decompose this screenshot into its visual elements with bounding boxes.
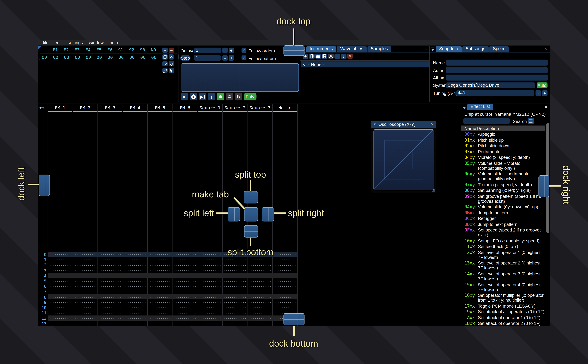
step-input[interactable]: 1	[194, 55, 221, 61]
dock-target-dock-bottom[interactable]	[283, 313, 304, 325]
effect-row[interactable]: 19xxSet attack of all operators (0 to 1F…	[464, 309, 545, 315]
tuning-input[interactable]: 440	[456, 90, 534, 96]
step-minus-button[interactable]: -	[222, 55, 228, 61]
metronome-button[interactable]	[226, 93, 233, 101]
stop-button[interactable]	[217, 93, 224, 101]
dock-target-split-bottom[interactable]	[244, 225, 258, 237]
close-icon[interactable]: ×	[544, 47, 547, 51]
instrument-save-button[interactable]	[322, 54, 327, 59]
order-move-up-button[interactable]	[169, 54, 174, 60]
channel-header-8[interactable]: Square 2	[223, 105, 248, 110]
effect-row[interactable]: 04xyVibrato (x: speed; y: depth)	[464, 155, 545, 161]
play-to-cursor-button[interactable]: ▶	[199, 93, 206, 101]
channel-header-10[interactable]: Noise	[272, 105, 297, 110]
collapse-tab-bar-icon[interactable]	[431, 47, 435, 52]
pattern-corner-button[interactable]: ++	[39, 105, 45, 110]
order-cell[interactable]: 00	[126, 55, 137, 60]
step-plus-button[interactable]: +	[229, 55, 234, 61]
effect-row[interactable]: 0AxyVolume slide (0y: down; x0: up)	[464, 204, 545, 210]
effect-row[interactable]: 14xxSet level of operator 3 (0 highest, …	[464, 271, 545, 282]
poly-toggle-button[interactable]: Poly	[244, 93, 257, 101]
order-cell[interactable]: 00	[148, 55, 159, 60]
pattern-cursor[interactable]	[47, 252, 54, 257]
order-cell[interactable]: 00	[94, 55, 105, 60]
effect-row[interactable]: 06xyVolume slide + portamento (compatibi…	[464, 171, 545, 182]
effect-row[interactable]: 0DxxJump to next pattern	[464, 222, 545, 228]
order-cell[interactable]: 00	[72, 55, 83, 60]
effect-row[interactable]: 07xyTremolo (x: speed; y: depth)	[464, 182, 545, 188]
order-add-button[interactable]: +	[162, 47, 168, 53]
dock-target-dock-right[interactable]	[538, 175, 549, 197]
order-move-down-button[interactable]	[162, 61, 168, 66]
order-cell[interactable]: 00	[105, 55, 116, 60]
effect-row[interactable]: 1AxxSet attack of operator 1 (0 to 1F)	[464, 315, 545, 321]
dock-target-dock-left[interactable]	[39, 175, 50, 196]
effect-row[interactable]: 0FxxSet speed (speed 2 if no grooves exi…	[464, 228, 545, 238]
instrument-open-button[interactable]	[315, 54, 321, 59]
close-icon[interactable]: ×	[545, 105, 547, 109]
step-button[interactable]: Step	[180, 55, 190, 61]
channel-header-2[interactable]: FM 2	[73, 105, 98, 110]
dock-target-split-left[interactable]	[228, 207, 240, 221]
instrument-move-down-button[interactable]: ↓	[341, 54, 346, 59]
orders-value-row[interactable]: 00000000000000000000	[50, 55, 159, 60]
step-row-button[interactable]: ↓	[208, 93, 215, 101]
name-input[interactable]	[446, 60, 548, 65]
collapse-triangle-icon[interactable]: ▼	[373, 123, 377, 126]
tab-subsongs[interactable]: Subsongs	[462, 46, 489, 52]
channel-header-9[interactable]: Square 3	[247, 105, 272, 110]
octave-minus-button[interactable]: -	[222, 48, 228, 53]
play-pattern-button[interactable]: ▶	[190, 93, 197, 101]
effect-row[interactable]: 08xySet panning (x: left; y: right)	[464, 188, 545, 194]
menu-item-file[interactable]: file	[40, 40, 52, 45]
channel-header-4[interactable]: FM 4	[123, 105, 148, 110]
system-input[interactable]: Sega Genesis/Mega Drive	[446, 83, 535, 88]
repeat-pattern-button[interactable]: ↻	[235, 93, 242, 101]
instrument-folders-toggle[interactable]	[328, 54, 334, 59]
instrument-delete-button[interactable]: ×	[347, 54, 353, 59]
dock-target-make-tab[interactable]	[244, 207, 258, 221]
tab-samples[interactable]: Samples	[367, 46, 391, 52]
effect-row[interactable]: 10xySetup LFO (x: enable; y: speed)	[464, 238, 545, 244]
effect-row[interactable]: 1BxxSet attack of operator 2 (0 to 1F)	[464, 321, 545, 325]
effect-row[interactable]: 15xxSet level of operator 4 (0 highest, …	[464, 282, 545, 292]
instrument-move-up-button[interactable]: ↑	[335, 54, 340, 59]
effect-row[interactable]: 12xxSet level of operator 1 (0 highest, …	[464, 250, 545, 260]
order-remove-button[interactable]: −	[169, 47, 174, 53]
close-icon[interactable]: ×	[431, 122, 434, 127]
panel-corner-notch[interactable]	[38, 46, 42, 49]
follow-orders-label[interactable]: Follow orders	[248, 48, 275, 53]
effect-search-input[interactable]	[463, 118, 510, 124]
effect-row[interactable]: 16xySet operator multiplier (x: operator…	[464, 292, 545, 303]
album-input[interactable]	[446, 75, 548, 81]
author-input[interactable]	[446, 67, 548, 73]
dock-target-split-top[interactable]	[244, 191, 258, 203]
tab-effect-list[interactable]: Effect List	[467, 104, 493, 110]
octave-input[interactable]: 3	[194, 48, 221, 53]
follow-orders-checkbox[interactable]: ✓	[242, 48, 246, 53]
dock-target-split-right[interactable]	[262, 207, 274, 221]
tab-song-info[interactable]: Song Info	[436, 46, 462, 52]
effect-row[interactable]: 02xxPitch slide down	[464, 143, 545, 149]
effect-row[interactable]: 05xyVolume slide + vibrato (compatibilit…	[464, 161, 545, 171]
order-cell[interactable]: 00	[50, 55, 61, 60]
tab-instruments[interactable]: Instruments	[306, 46, 336, 52]
order-duplicate-button[interactable]	[162, 54, 168, 60]
instrument-duplicate-button[interactable]	[309, 54, 315, 59]
menu-item-window[interactable]: window	[86, 40, 107, 45]
tab-wavetables[interactable]: Wavetables	[337, 46, 367, 52]
tuning-minus-button[interactable]: -	[535, 90, 541, 96]
octave-plus-button[interactable]: +	[229, 48, 234, 53]
menu-item-settings[interactable]: settings	[65, 40, 86, 45]
channel-header-1[interactable]: FM 1	[48, 105, 73, 110]
channel-header-5[interactable]: FM 5	[147, 105, 172, 110]
tuning-plus-button[interactable]: +	[542, 90, 547, 96]
effect-sort-menu-button[interactable]	[528, 118, 534, 124]
order-cell[interactable]: 00	[83, 55, 94, 60]
dock-target-dock-top[interactable]	[284, 45, 305, 56]
instrument-list-item[interactable]: ○ - None -	[301, 62, 429, 67]
play-button[interactable]: ▶	[181, 93, 188, 101]
effect-table-header[interactable]: Name Description	[461, 125, 545, 131]
order-cell[interactable]: 00	[137, 55, 148, 60]
menu-item-edit[interactable]: edit	[52, 40, 65, 45]
